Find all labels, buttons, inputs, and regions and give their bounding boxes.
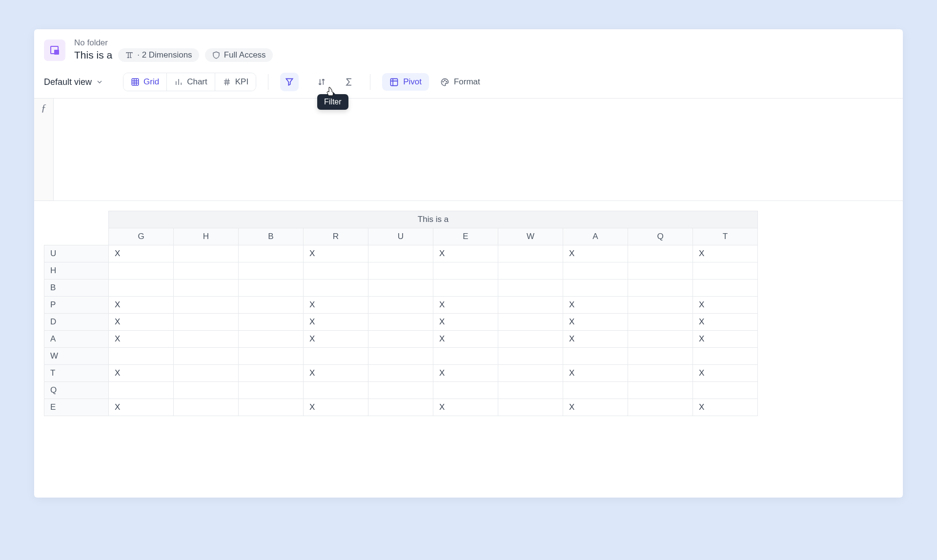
- data-cell[interactable]: X: [693, 331, 758, 348]
- data-cell[interactable]: X: [304, 331, 368, 348]
- data-cell[interactable]: X: [563, 245, 628, 262]
- row-header[interactable]: U: [44, 245, 109, 262]
- row-header[interactable]: H: [44, 262, 109, 280]
- data-cell[interactable]: X: [693, 399, 758, 416]
- data-cell[interactable]: [174, 399, 239, 416]
- data-cell[interactable]: [498, 365, 563, 382]
- data-cell[interactable]: [498, 314, 563, 331]
- data-cell[interactable]: [239, 382, 304, 399]
- data-cell[interactable]: X: [563, 365, 628, 382]
- data-cell[interactable]: [628, 382, 693, 399]
- data-cell[interactable]: [693, 382, 758, 399]
- access-badge[interactable]: Full Access: [205, 48, 273, 62]
- data-cell[interactable]: [693, 262, 758, 280]
- column-header[interactable]: H: [174, 228, 239, 245]
- column-group-header[interactable]: This is a: [109, 211, 758, 228]
- column-header[interactable]: T: [693, 228, 758, 245]
- data-cell[interactable]: [239, 245, 304, 262]
- data-cell[interactable]: [239, 314, 304, 331]
- data-cell[interactable]: [368, 262, 433, 280]
- data-cell[interactable]: [304, 348, 368, 365]
- column-header[interactable]: A: [563, 228, 628, 245]
- data-cell[interactable]: [239, 348, 304, 365]
- data-cell[interactable]: [239, 280, 304, 297]
- data-cell[interactable]: [433, 262, 498, 280]
- data-cell[interactable]: X: [433, 297, 498, 314]
- view-selector[interactable]: Default view: [44, 77, 123, 87]
- data-cell[interactable]: X: [693, 314, 758, 331]
- row-header[interactable]: T: [44, 365, 109, 382]
- data-cell[interactable]: [498, 262, 563, 280]
- column-header[interactable]: B: [239, 228, 304, 245]
- data-cell[interactable]: [109, 280, 174, 297]
- data-cell[interactable]: X: [109, 399, 174, 416]
- data-cell[interactable]: [368, 365, 433, 382]
- data-cell[interactable]: [368, 382, 433, 399]
- format-button[interactable]: Format: [433, 73, 488, 91]
- data-cell[interactable]: [304, 382, 368, 399]
- formula-input[interactable]: [54, 99, 903, 200]
- data-cell[interactable]: [498, 382, 563, 399]
- row-header[interactable]: Q: [44, 382, 109, 399]
- data-cell[interactable]: [368, 399, 433, 416]
- data-cell[interactable]: [693, 280, 758, 297]
- data-cell[interactable]: [498, 348, 563, 365]
- data-cell[interactable]: [563, 262, 628, 280]
- data-cell[interactable]: [433, 382, 498, 399]
- data-cell[interactable]: X: [433, 399, 498, 416]
- data-cell[interactable]: [498, 280, 563, 297]
- data-cell[interactable]: [239, 262, 304, 280]
- data-cell[interactable]: [239, 399, 304, 416]
- row-header[interactable]: B: [44, 280, 109, 297]
- data-cell[interactable]: X: [693, 245, 758, 262]
- data-cell[interactable]: [628, 245, 693, 262]
- row-header[interactable]: A: [44, 331, 109, 348]
- data-cell[interactable]: [433, 280, 498, 297]
- data-cell[interactable]: X: [109, 314, 174, 331]
- data-cell[interactable]: X: [304, 297, 368, 314]
- data-cell[interactable]: X: [304, 314, 368, 331]
- row-header[interactable]: W: [44, 348, 109, 365]
- data-cell[interactable]: [239, 365, 304, 382]
- data-cell[interactable]: [563, 280, 628, 297]
- data-cell[interactable]: [628, 348, 693, 365]
- chart-view-button[interactable]: Chart: [167, 73, 215, 91]
- data-cell[interactable]: [563, 348, 628, 365]
- row-header[interactable]: D: [44, 314, 109, 331]
- data-cell[interactable]: X: [563, 314, 628, 331]
- data-cell[interactable]: X: [433, 331, 498, 348]
- data-cell[interactable]: X: [109, 331, 174, 348]
- data-cell[interactable]: [628, 297, 693, 314]
- data-cell[interactable]: [498, 399, 563, 416]
- data-cell[interactable]: [174, 314, 239, 331]
- data-cell[interactable]: [368, 245, 433, 262]
- column-header[interactable]: E: [433, 228, 498, 245]
- data-cell[interactable]: [498, 297, 563, 314]
- data-cell[interactable]: [304, 280, 368, 297]
- data-cell[interactable]: X: [563, 297, 628, 314]
- data-cell[interactable]: X: [433, 245, 498, 262]
- data-cell[interactable]: [174, 280, 239, 297]
- data-cell[interactable]: X: [109, 297, 174, 314]
- pivot-button[interactable]: Pivot: [382, 73, 429, 91]
- data-cell[interactable]: [628, 314, 693, 331]
- row-header[interactable]: P: [44, 297, 109, 314]
- data-cell[interactable]: [563, 382, 628, 399]
- data-cell[interactable]: [174, 245, 239, 262]
- column-header[interactable]: Q: [628, 228, 693, 245]
- data-cell[interactable]: [174, 365, 239, 382]
- page-title[interactable]: This is a: [74, 49, 112, 61]
- data-cell[interactable]: [628, 365, 693, 382]
- data-cell[interactable]: X: [304, 399, 368, 416]
- row-header[interactable]: E: [44, 399, 109, 416]
- data-cell[interactable]: [174, 331, 239, 348]
- data-cell[interactable]: [304, 262, 368, 280]
- data-cell[interactable]: X: [109, 245, 174, 262]
- kpi-view-button[interactable]: KPI: [215, 73, 256, 91]
- data-cell[interactable]: [368, 280, 433, 297]
- data-cell[interactable]: [628, 399, 693, 416]
- data-cell[interactable]: [368, 297, 433, 314]
- data-cell[interactable]: [174, 382, 239, 399]
- column-header[interactable]: R: [304, 228, 368, 245]
- data-cell[interactable]: X: [109, 365, 174, 382]
